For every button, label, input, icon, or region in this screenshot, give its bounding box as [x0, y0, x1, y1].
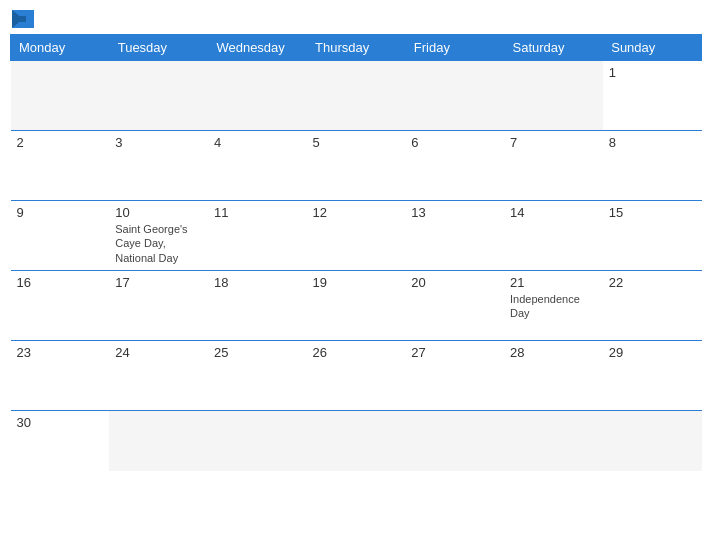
header-cell-tuesday: Tuesday	[109, 35, 208, 61]
day-cell: 17	[109, 271, 208, 341]
day-number: 13	[411, 205, 498, 220]
day-cell	[307, 411, 406, 471]
day-number: 1	[609, 65, 696, 80]
week-row-3: 910Saint George's Caye Day, National Day…	[11, 201, 702, 271]
day-cell: 4	[208, 131, 307, 201]
day-cell: 8	[603, 131, 702, 201]
day-cell: 3	[109, 131, 208, 201]
day-cell: 30	[11, 411, 110, 471]
calendar-body: 12345678910Saint George's Caye Day, Nati…	[11, 61, 702, 471]
day-cell: 21Independence Day	[504, 271, 603, 341]
day-number: 11	[214, 205, 301, 220]
day-number: 22	[609, 275, 696, 290]
day-number: 25	[214, 345, 301, 360]
day-number: 24	[115, 345, 202, 360]
day-cell: 13	[405, 201, 504, 271]
calendar-header: MondayTuesdayWednesdayThursdayFridaySatu…	[11, 35, 702, 61]
day-number: 28	[510, 345, 597, 360]
header-row: MondayTuesdayWednesdayThursdayFridaySatu…	[11, 35, 702, 61]
day-number: 14	[510, 205, 597, 220]
day-cell: 7	[504, 131, 603, 201]
week-row-2: 2345678	[11, 131, 702, 201]
logo-flag-icon	[12, 10, 34, 28]
day-number: 30	[17, 415, 104, 430]
day-cell: 11	[208, 201, 307, 271]
logo	[10, 10, 34, 28]
day-cell: 5	[307, 131, 406, 201]
day-number: 26	[313, 345, 400, 360]
day-cell: 24	[109, 341, 208, 411]
day-number: 16	[17, 275, 104, 290]
week-row-5: 23242526272829	[11, 341, 702, 411]
day-cell: 28	[504, 341, 603, 411]
header-cell-saturday: Saturday	[504, 35, 603, 61]
day-cell	[11, 61, 110, 131]
day-cell	[405, 411, 504, 471]
day-number: 21	[510, 275, 597, 290]
top-bar	[10, 10, 702, 28]
header-cell-wednesday: Wednesday	[208, 35, 307, 61]
day-number: 7	[510, 135, 597, 150]
week-row-6: 30	[11, 411, 702, 471]
day-cell: 22	[603, 271, 702, 341]
calendar-table: MondayTuesdayWednesdayThursdayFridaySatu…	[10, 34, 702, 471]
day-cell	[109, 61, 208, 131]
day-cell: 16	[11, 271, 110, 341]
day-cell: 29	[603, 341, 702, 411]
svg-rect-4	[12, 16, 26, 22]
week-row-4: 161718192021Independence Day22	[11, 271, 702, 341]
header-cell-thursday: Thursday	[307, 35, 406, 61]
day-number: 9	[17, 205, 104, 220]
header-cell-sunday: Sunday	[603, 35, 702, 61]
day-cell	[504, 411, 603, 471]
day-number: 15	[609, 205, 696, 220]
day-number: 20	[411, 275, 498, 290]
day-number: 17	[115, 275, 202, 290]
header-cell-monday: Monday	[11, 35, 110, 61]
week-row-1: 1	[11, 61, 702, 131]
event-label: Saint George's Caye Day, National Day	[115, 222, 202, 265]
day-cell: 15	[603, 201, 702, 271]
day-cell	[109, 411, 208, 471]
day-cell: 25	[208, 341, 307, 411]
header-cell-friday: Friday	[405, 35, 504, 61]
day-cell	[307, 61, 406, 131]
day-number: 23	[17, 345, 104, 360]
day-number: 5	[313, 135, 400, 150]
day-number: 27	[411, 345, 498, 360]
day-cell: 23	[11, 341, 110, 411]
day-number: 4	[214, 135, 301, 150]
day-cell: 12	[307, 201, 406, 271]
day-number: 8	[609, 135, 696, 150]
day-cell: 10Saint George's Caye Day, National Day	[109, 201, 208, 271]
day-cell: 2	[11, 131, 110, 201]
day-cell: 9	[11, 201, 110, 271]
day-cell: 18	[208, 271, 307, 341]
day-number: 12	[313, 205, 400, 220]
day-cell: 14	[504, 201, 603, 271]
day-cell: 1	[603, 61, 702, 131]
day-number: 18	[214, 275, 301, 290]
day-cell	[504, 61, 603, 131]
day-cell: 6	[405, 131, 504, 201]
day-number: 19	[313, 275, 400, 290]
day-cell: 19	[307, 271, 406, 341]
day-cell	[603, 411, 702, 471]
day-cell	[405, 61, 504, 131]
day-cell: 20	[405, 271, 504, 341]
day-number: 10	[115, 205, 202, 220]
day-cell: 26	[307, 341, 406, 411]
day-cell	[208, 411, 307, 471]
day-number: 3	[115, 135, 202, 150]
day-cell: 27	[405, 341, 504, 411]
event-label: Independence Day	[510, 292, 597, 321]
day-number: 6	[411, 135, 498, 150]
day-number: 2	[17, 135, 104, 150]
day-number: 29	[609, 345, 696, 360]
day-cell	[208, 61, 307, 131]
